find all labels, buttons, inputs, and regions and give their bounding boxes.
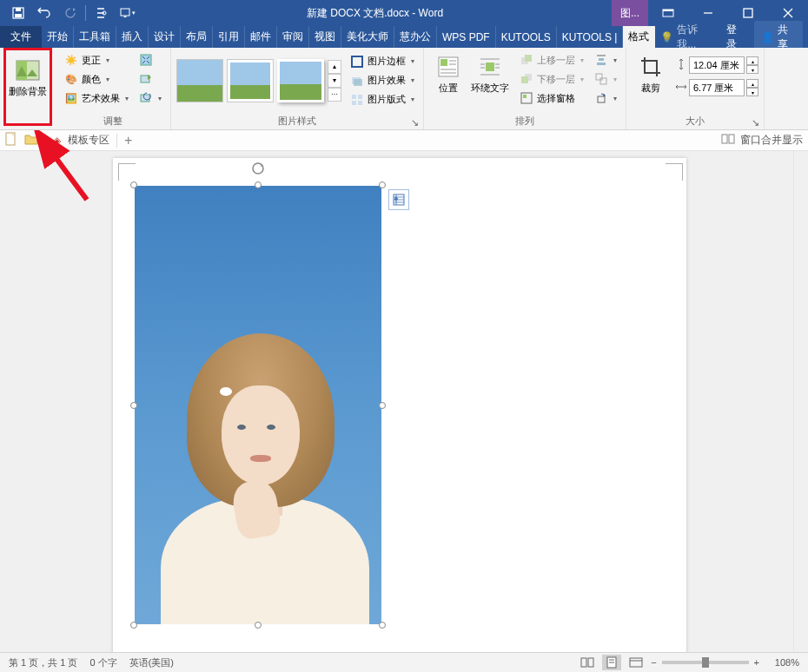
- resize-handle[interactable]: [255, 181, 262, 188]
- selection-pane-button[interactable]: 选择窗格: [516, 89, 587, 107]
- picture-effects-button[interactable]: 图片效果▾: [347, 72, 418, 89]
- zoom-slider[interactable]: [662, 661, 749, 664]
- dialog-launcher-icon[interactable]: ↘: [409, 117, 420, 128]
- vertical-scrollbar[interactable]: [793, 151, 808, 652]
- height-field[interactable]: [689, 56, 745, 74]
- zoom-out-icon[interactable]: −: [651, 657, 656, 668]
- tab-view[interactable]: 视图: [309, 26, 341, 48]
- tab-kutools2[interactable]: KUTOOLS |: [557, 26, 624, 48]
- window-merge-label[interactable]: 窗口合并显示: [740, 133, 803, 148]
- zoom-percent-label[interactable]: 108%: [765, 657, 799, 668]
- height-down-icon[interactable]: ▾: [746, 65, 758, 74]
- picture-border-button[interactable]: 图片边框▾: [347, 53, 418, 70]
- dialog-launcher-icon[interactable]: ↘: [750, 117, 760, 128]
- selected-image[interactable]: [135, 186, 381, 624]
- forward-icon: [520, 53, 533, 67]
- chevron-down-icon: ▾: [580, 56, 584, 64]
- artistic-effects-button[interactable]: 🖼️艺术效果▾: [61, 89, 132, 107]
- effects-icon: [350, 74, 364, 88]
- redo-icon[interactable]: [59, 2, 82, 24]
- language-label[interactable]: 英语(美国): [129, 656, 174, 669]
- resize-handle[interactable]: [255, 622, 262, 629]
- web-layout-icon[interactable]: [626, 655, 646, 670]
- add-tab-button[interactable]: +: [124, 133, 132, 148]
- qat-more-icon[interactable]: ▾: [116, 2, 138, 24]
- svg-rect-18: [354, 79, 362, 86]
- tab-toolbox[interactable]: 工具箱: [74, 26, 116, 48]
- secondary-toolbar: ◈ 模板专区 + 窗口合并显示: [0, 130, 808, 151]
- change-picture-button[interactable]: [136, 70, 165, 88]
- tab-kutools[interactable]: KUTOOLS: [496, 26, 557, 48]
- color-button[interactable]: 🎨颜色▾: [61, 70, 132, 88]
- tab-mailings[interactable]: 邮件: [245, 26, 277, 48]
- svg-rect-37: [525, 55, 532, 62]
- tab-references[interactable]: 引用: [213, 26, 245, 48]
- compress-pictures-button[interactable]: [136, 51, 165, 69]
- align-button[interactable]: ▾: [591, 51, 620, 69]
- read-mode-icon[interactable]: [578, 655, 597, 670]
- corrections-button[interactable]: ☀️更正▾: [61, 51, 132, 69]
- resize-handle[interactable]: [130, 402, 137, 409]
- remove-background-button[interactable]: 删除背景: [5, 51, 50, 99]
- tab-file[interactable]: 文件: [0, 26, 42, 48]
- print-layout-icon[interactable]: [602, 655, 621, 670]
- svg-rect-15: [141, 95, 149, 102]
- tab-huibangong[interactable]: 慧办公: [394, 26, 437, 48]
- change-picture-icon: [139, 72, 153, 86]
- resize-handle[interactable]: [130, 622, 137, 629]
- width-field[interactable]: [689, 79, 745, 96]
- new-doc-icon[interactable]: [5, 132, 17, 148]
- templates-label[interactable]: 模板专区: [68, 133, 109, 148]
- send-backward-button[interactable]: 下移一层▾: [516, 70, 587, 88]
- gallery-up-icon[interactable]: ▴: [328, 60, 341, 74]
- page-count-label[interactable]: 第 1 页，共 1 页: [9, 656, 77, 669]
- resize-handle[interactable]: [379, 622, 386, 629]
- border-label: 图片边框: [368, 55, 406, 68]
- tab-wpspdf[interactable]: WPS PDF: [437, 26, 496, 48]
- picture-layout-button[interactable]: 图片版式▾: [347, 91, 418, 109]
- resize-handle[interactable]: [379, 181, 386, 188]
- group-button[interactable]: ▾: [591, 70, 620, 88]
- position-button[interactable]: 位置: [429, 51, 467, 96]
- rotate-handle[interactable]: [251, 161, 265, 175]
- rotate-button[interactable]: ▾: [591, 89, 620, 107]
- height-up-icon[interactable]: ▴: [746, 56, 758, 65]
- open-folder-icon[interactable]: [24, 133, 38, 148]
- layout-options-button[interactable]: [388, 189, 409, 210]
- window-merge-icon[interactable]: [721, 134, 735, 147]
- bring-forward-button[interactable]: 上移一层▾: [516, 51, 587, 69]
- resize-handle[interactable]: [130, 181, 137, 188]
- chevron-down-icon: ▾: [411, 96, 414, 103]
- separator: [116, 134, 117, 148]
- tab-layout[interactable]: 布局: [181, 26, 213, 48]
- tab-insert[interactable]: 插入: [116, 26, 149, 48]
- template-icon[interactable]: ◈: [53, 135, 61, 147]
- tab-home[interactable]: 开始: [42, 26, 74, 48]
- picture-tools-context-tab[interactable]: 图...: [612, 0, 648, 26]
- svg-rect-53: [729, 135, 734, 143]
- wrap-text-button[interactable]: 环绕文字: [467, 51, 513, 96]
- tab-review[interactable]: 审阅: [277, 26, 309, 48]
- style-preset-3[interactable]: [277, 59, 324, 102]
- picture-styles-gallery[interactable]: ▴ ▾ ⋯: [176, 59, 341, 102]
- save-icon[interactable]: [7, 2, 30, 24]
- style-preset-2[interactable]: [227, 59, 274, 102]
- width-up-icon[interactable]: ▴: [746, 79, 758, 88]
- tab-design[interactable]: 设计: [149, 26, 181, 48]
- word-count-label[interactable]: 0 个字: [89, 656, 116, 669]
- width-down-icon[interactable]: ▾: [746, 88, 758, 96]
- reset-picture-button[interactable]: ▾: [136, 89, 165, 107]
- position-icon: [434, 53, 462, 81]
- tab-format[interactable]: 格式: [623, 26, 655, 48]
- touch-mode-icon[interactable]: [89, 2, 112, 24]
- crop-button[interactable]: 裁剪: [632, 51, 670, 96]
- gallery-more-icon[interactable]: ⋯: [328, 88, 341, 102]
- resize-handle[interactable]: [379, 402, 386, 409]
- style-preset-1[interactable]: [176, 59, 223, 102]
- gallery-down-icon[interactable]: ▾: [328, 74, 341, 88]
- zoom-thumb[interactable]: [702, 657, 709, 668]
- tab-beautify[interactable]: 美化大师: [341, 26, 394, 48]
- zoom-in-icon[interactable]: +: [754, 657, 759, 668]
- undo-icon[interactable]: [33, 2, 56, 24]
- svg-rect-58: [588, 658, 593, 667]
